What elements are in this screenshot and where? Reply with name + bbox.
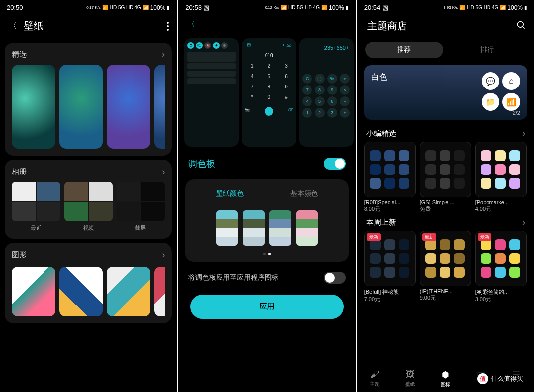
apply-icons-label: 将调色板应用至应用程序图标 (188, 273, 278, 282)
palette-toggle[interactable] (324, 158, 346, 170)
status-indicators: 9.93 K/s 📶HD 5G HD 4G📶 100%▮ (444, 4, 527, 11)
tab-basic-color[interactable]: 基本颜色 (267, 186, 342, 201)
preview-quicksettings[interactable]: ⚙ⓑ🔇✈⊕ (184, 38, 239, 147)
back-arrow-icon[interactable]: 〈 (186, 19, 196, 29)
theme-item[interactable]: [Popomarke...4.00元 (475, 142, 527, 213)
status-bar: 20:54 ▧ 9.93 K/s 📶HD 5G HD 4G📶 100%▮ (357, 0, 534, 13)
album-section: 相册 › 最近 视频 截屏 (5, 160, 172, 239)
tab-recommend[interactable]: 推荐 (365, 42, 444, 58)
theme-item[interactable]: 最新[✱]彩色简约...3.00元 (475, 231, 527, 303)
new-badge: 最新 (422, 233, 436, 241)
apply-button[interactable]: 应用 (190, 295, 343, 319)
theme-price: 4.00元 (475, 205, 527, 213)
shape-thumb[interactable] (107, 267, 150, 316)
featured-banner[interactable]: 白色 💬 ⌂ 📁 📶 2/2 (364, 65, 527, 120)
watermark: 值 什么值得买 (471, 370, 529, 387)
color-swatch[interactable] (243, 210, 265, 246)
preview-dialer[interactable]: ⊟+ 으 010 123 456 789 *0# 📷⌫ (242, 38, 296, 147)
shapes-section: 图形 › (5, 243, 172, 323)
theme-price: 3.00元 (475, 296, 527, 303)
shape-thumb[interactable] (12, 267, 55, 316)
album-item[interactable]: 视频 (64, 182, 113, 232)
home-icon: ⌂ (502, 72, 520, 90)
nav-wallpaper[interactable]: 🖼壁纸 (393, 369, 428, 388)
shape-thumb[interactable] (154, 267, 165, 316)
section-title: 图形 (12, 250, 27, 260)
phone-screen-palette: 20:53 ▧ 0.12 K/s 📶HD 5G HD 4G📶 100%▮ 〈 ⚙… (178, 0, 355, 392)
status-indicators: 0.12 K/s 📶HD 5G HD 4G📶 100%▮ (265, 4, 349, 11)
theme-name: [Befull] 神秘熊 (364, 288, 416, 296)
section-editor-picks[interactable]: 小编精选 › (357, 124, 534, 142)
chevron-right-icon: › (522, 129, 525, 139)
more-menu-icon[interactable] (167, 22, 169, 31)
tab-wallpaper-color[interactable]: 壁纸颜色 (192, 186, 267, 201)
svg-line-1 (522, 26, 524, 28)
featured-section: 精选 › (5, 43, 172, 156)
banner-pager: 2/2 (513, 110, 520, 116)
theme-price: 7.00元 (364, 296, 416, 303)
phone-screen-themestore: 20:54 ▧ 9.93 K/s 📶HD 5G HD 4G📶 100%▮ 主题商… (357, 0, 534, 392)
theme-name: (IP)[THENE... (420, 288, 471, 294)
shape-thumb[interactable] (59, 267, 103, 316)
page-header: 主题商店 (357, 13, 534, 39)
theme-price: 9.00元 (420, 294, 471, 302)
watermark-logo-icon: 值 (477, 373, 488, 384)
section-title: 相册 (12, 167, 27, 176)
theme-price: 8.00元 (364, 205, 416, 213)
preview-row: ⚙ⓑ🔇✈⊕ ⊟+ 으 010 123 456 789 *0# 📷⌫ 235+65… (178, 35, 355, 150)
chevron-right-icon[interactable]: › (162, 49, 165, 60)
wallpaper-thumb[interactable] (154, 65, 165, 149)
apply-to-icons-row: 将调色板应用至应用程序图标 (178, 264, 355, 292)
tab-ranking[interactable]: 排行 (448, 42, 526, 58)
status-bar: 20:50 0.17 K/s 📶HD 5G HD 4G📶 100%▮ (0, 0, 177, 13)
theme-price: 免费 (420, 205, 471, 213)
theme-name: [✱]彩色简约... (475, 288, 527, 296)
section-title: 精选 (12, 50, 27, 59)
wifi-icon: 📶 (502, 93, 520, 111)
status-indicators: 0.17 K/s 📶HD 5G HD 4G📶 100%▮ (86, 4, 170, 11)
page-header: 〈 (178, 13, 355, 35)
theme-name: [GS] Simple ... (420, 199, 471, 205)
color-panel: 壁纸颜色 基本颜色 (185, 179, 348, 262)
phone-screen-wallpaper: 20:50 0.17 K/s 📶HD 5G HD 4G📶 100%▮ 〈 壁纸 … (0, 0, 177, 392)
theme-item[interactable]: 最新(IP)[THENE...9.00元 (420, 231, 471, 303)
apply-icons-toggle[interactable] (324, 272, 346, 284)
theme-name: [Popomarke... (475, 199, 527, 205)
page-title: 主题商店 (367, 19, 407, 33)
page-header: 〈 壁纸 (0, 13, 177, 39)
new-badge: 最新 (478, 233, 491, 241)
color-swatch[interactable] (269, 210, 291, 246)
search-icon[interactable] (516, 20, 526, 32)
chevron-right-icon: › (522, 218, 525, 228)
store-tabs: 推荐 排行 (357, 39, 534, 61)
theme-item[interactable]: 最新[Befull] 神秘熊7.00元 (364, 231, 416, 303)
section-this-week[interactable]: 本周上新 › (357, 213, 534, 231)
banner-label: 白色 (371, 73, 387, 81)
palette-title: 调色板 (188, 158, 215, 170)
new-badge: 最新 (367, 233, 381, 241)
status-time: 20:50 (7, 4, 23, 11)
color-swatch[interactable] (296, 210, 318, 246)
color-swatch[interactable] (216, 210, 238, 246)
palette-toggle-row: 调色板 (178, 150, 355, 177)
preview-calculator[interactable]: 235+650+ C( )%÷ 789× 456− 123+ (299, 38, 354, 147)
album-item[interactable]: 最近 (12, 182, 60, 232)
theme-item[interactable]: [GS] Simple ...免费 (420, 142, 471, 213)
wallpaper-thumb[interactable] (12, 65, 55, 149)
nav-icon[interactable]: ⬢图标 (428, 369, 463, 388)
page-title: 壁纸 (24, 19, 44, 33)
svg-point-0 (517, 21, 523, 27)
status-time: 20:54 ▧ (364, 4, 388, 11)
theme-name: [R0B]Special... (364, 199, 416, 205)
wallpaper-thumb[interactable] (59, 65, 103, 149)
status-bar: 20:53 ▧ 0.12 K/s 📶HD 5G HD 4G📶 100%▮ (178, 0, 355, 13)
nav-theme[interactable]: 🖌主题 (357, 369, 393, 388)
wallpaper-thumb[interactable] (107, 65, 150, 149)
back-arrow-icon[interactable]: 〈 (8, 21, 18, 31)
album-item[interactable]: 截屏 (117, 182, 165, 232)
chevron-right-icon[interactable]: › (162, 167, 165, 177)
folder-icon: 📁 (482, 93, 499, 111)
theme-item[interactable]: [R0B]Special...8.00元 (364, 142, 416, 213)
status-time: 20:53 ▧ (185, 4, 209, 11)
chevron-right-icon[interactable]: › (162, 250, 165, 260)
